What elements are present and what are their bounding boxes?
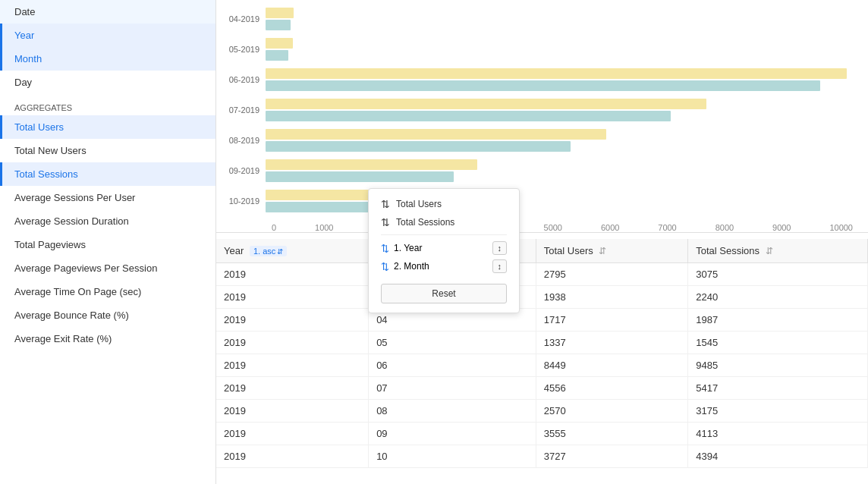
chart-row: 04-2019: [224, 8, 853, 30]
table-cell-total-users: 1717: [536, 309, 687, 332]
chart-bars: [266, 190, 853, 212]
sidebar-item-total-sessions[interactable]: Total Sessions: [0, 162, 215, 186]
chart-row: 07-2019: [224, 99, 853, 121]
sidebar-item-aggregates[interactable]: Aggregates: [0, 94, 215, 115]
sort-arrow: ⇵: [277, 247, 283, 256]
x-axis-label: 8000: [715, 223, 734, 232]
table-cell-total-sessions: 9485: [688, 354, 868, 377]
table-row: 20190319382240: [216, 286, 868, 309]
users-bar: [266, 99, 706, 109]
popup-legend-item: ⇅Total Users: [381, 198, 507, 210]
sidebar-item-avg-exit-rate[interactable]: Average Exit Rate (%): [0, 327, 215, 350]
table-cell-month: 05: [369, 332, 536, 354]
chart-area: 04-201905-201906-201907-201908-201909-20…: [216, 0, 868, 232]
sessions-bar: [266, 20, 291, 30]
x-axis-label: 7000: [658, 223, 676, 232]
chart-bars: [266, 38, 853, 61]
x-axis: 0100020003000400050006000700080009000100…: [272, 220, 853, 232]
table-cell-year: 2019: [216, 400, 369, 423]
x-axis-label: 5000: [544, 223, 562, 232]
x-axis-label: 10000: [829, 223, 853, 232]
table-head: Year 1. asc⇵Month 2. asc⇵Total Users ⇵To…: [216, 239, 868, 263]
chart-row-label: 05-2019: [224, 45, 266, 54]
popup-legend: ⇅Total Users⇅Total Sessions: [381, 198, 507, 228]
sort-icon: ⇅: [381, 216, 390, 228]
table-cell-total-sessions: 3075: [688, 263, 868, 286]
popup-legend-item: ⇅Total Sessions: [381, 216, 507, 228]
column-label: Year: [224, 245, 244, 256]
table-header-total-users[interactable]: Total Users ⇵: [536, 239, 687, 263]
sidebar-item-date[interactable]: Date: [0, 0, 215, 24]
table-cell-total-users: 1938: [536, 286, 687, 309]
chart-row: 05-2019: [224, 38, 853, 61]
chart-row: 06-2019: [224, 68, 853, 91]
chart-row: 09-2019: [224, 159, 853, 182]
sort-toggle-icon[interactable]: ⇵: [599, 246, 606, 256]
table-row: 20191037274394: [216, 445, 868, 468]
chart-bars: [266, 68, 853, 91]
x-axis-label: 0: [272, 223, 276, 232]
table-row: 20190417171987: [216, 309, 868, 332]
sidebar-item-avg-pageviews-per-session[interactable]: Average Pageviews Per Session: [0, 256, 215, 280]
table-row: 20190227953075: [216, 263, 868, 286]
table-header-year[interactable]: Year 1. asc⇵: [216, 239, 369, 263]
table-cell-total-users: 3555: [536, 423, 687, 445]
table-cell-year: 2019: [216, 332, 369, 354]
users-bar: [266, 68, 847, 79]
sessions-bar: [266, 50, 288, 61]
sidebar-item-month[interactable]: Month: [0, 47, 215, 71]
chart-bars: [266, 8, 853, 30]
sort-row-icon: ⇅: [381, 261, 389, 272]
popup-legend-label: Total Sessions: [396, 217, 454, 228]
table-cell-total-users: 1337: [536, 332, 687, 354]
chart-container: 04-201905-201906-201907-201908-201909-20…: [224, 8, 853, 232]
table-cell-total-sessions: 2240: [688, 286, 868, 309]
sidebar-item-total-users[interactable]: Total Users: [0, 115, 215, 139]
sidebar-item-total-pageviews[interactable]: Total Pageviews: [0, 233, 215, 256]
sidebar-item-total-new-users[interactable]: Total New Users: [0, 139, 215, 162]
chart-row-label: 04-2019: [224, 14, 266, 24]
chart-row-label: 08-2019: [224, 136, 266, 145]
sort-row-icon: ⇅: [381, 243, 389, 254]
users-bar: [266, 8, 294, 18]
sidebar-item-avg-session-duration[interactable]: Average Session Duration: [0, 209, 215, 233]
table-row: 20190935554113: [216, 423, 868, 445]
sort-text: 1. asc: [253, 247, 275, 256]
sessions-bar: [266, 171, 454, 182]
column-label: Total Sessions: [696, 245, 760, 256]
x-axis-label: 9000: [772, 223, 791, 232]
table-cell-total-users: 2795: [536, 263, 687, 286]
table-cell-month: 07: [369, 377, 536, 400]
chart-bars: [266, 99, 853, 121]
sidebar-item-avg-time-on-page[interactable]: Average Time On Page (sec): [0, 280, 215, 303]
chart-rows: 04-201905-201906-201907-201908-201909-20…: [224, 8, 853, 212]
sort-badge[interactable]: 1. asc⇵: [250, 246, 287, 256]
table-cell-total-users: 4556: [536, 377, 687, 400]
sort-direction-button[interactable]: ↕: [492, 259, 508, 273]
table-row: 20190825703175: [216, 400, 868, 423]
sidebar-item-avg-sessions-per-user[interactable]: Average Sessions Per User: [0, 186, 215, 209]
popup-sort-row: ⇅ 1. Year ↕: [381, 241, 507, 255]
sidebar-item-year[interactable]: Year: [0, 24, 215, 47]
table-header-total-sessions[interactable]: Total Sessions ⇵: [688, 239, 868, 263]
table-cell-year: 2019: [216, 263, 369, 286]
table-cell-month: 08: [369, 400, 536, 423]
chart-row-label: 10-2019: [224, 196, 266, 206]
table-cell-year: 2019: [216, 423, 369, 445]
sessions-bar: [266, 111, 671, 121]
sort-direction-button[interactable]: ↕: [492, 241, 508, 255]
sidebar-item-avg-bounce-rate[interactable]: Average Bounce Rate (%): [0, 303, 215, 327]
chart-bars: [266, 129, 853, 152]
sort-row-label: 1. Year: [394, 243, 422, 253]
users-bar: [266, 159, 477, 170]
chart-bars: [266, 159, 853, 182]
sidebar: DateYearMonthDayAggregatesTotal UsersTot…: [0, 0, 216, 484]
sidebar-item-day[interactable]: Day: [0, 71, 215, 94]
table-cell-total-sessions: 1545: [688, 332, 868, 354]
reset-button[interactable]: Reset: [381, 284, 507, 303]
table-cell-year: 2019: [216, 445, 369, 468]
table-row: 20190684499485: [216, 354, 868, 377]
users-bar: [266, 129, 606, 140]
table-row: 20190745565417: [216, 377, 868, 400]
sort-toggle-icon[interactable]: ⇵: [766, 246, 773, 256]
